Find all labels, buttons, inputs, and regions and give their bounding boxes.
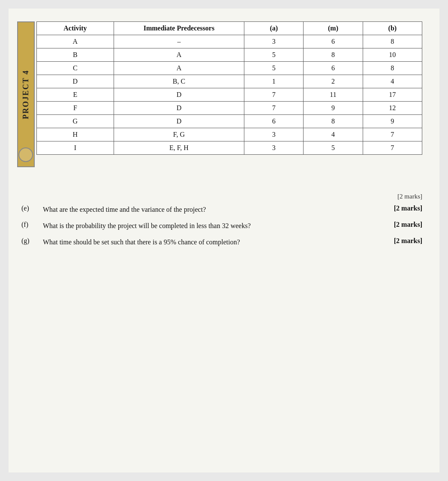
cell-b-8: 7 <box>363 141 422 155</box>
cell-predecessors-7: F, G <box>114 128 244 141</box>
table-row: IE, F, H357 <box>37 141 422 155</box>
question-marks-f: [2 marks] <box>379 221 422 228</box>
col-header-activity: Activity <box>37 22 114 35</box>
cell-a-6: 6 <box>244 115 304 128</box>
question-label-e: (e) <box>21 204 39 212</box>
cell-b-4: 17 <box>363 88 422 102</box>
cell-b-0: 8 <box>363 35 422 48</box>
cell-m-0: 6 <box>304 35 363 48</box>
col-header-m: (m) <box>304 22 363 35</box>
cell-b-7: 7 <box>363 128 422 141</box>
question-f: (f)What is the probability the project w… <box>21 221 422 231</box>
question-text-e: What are the expected time and the varia… <box>43 204 375 215</box>
cell-b-2: 8 <box>363 62 422 75</box>
cell-activity-5: F <box>37 102 114 115</box>
cell-a-1: 5 <box>244 48 304 62</box>
cell-a-5: 7 <box>244 102 304 115</box>
top-section: PROJECT 4 Activity Immediate Predecessor… <box>17 21 422 167</box>
question-marks-g: [2 marks] <box>379 237 422 245</box>
col-header-predecessors: Immediate Predecessors <box>114 22 244 35</box>
table-row: GD689 <box>37 115 422 128</box>
cell-m-4: 11 <box>304 88 363 102</box>
sidebar-label: PROJECT 4 <box>17 21 35 167</box>
col-header-b: (b) <box>363 22 422 35</box>
table-row: HF, G347 <box>37 128 422 141</box>
table-header-row: Activity Immediate Predecessors (a) (m) … <box>37 22 422 35</box>
page: PROJECT 4 Activity Immediate Predecessor… <box>9 9 439 472</box>
cell-a-0: 3 <box>244 35 304 48</box>
cell-predecessors-3: B, C <box>114 75 244 88</box>
cell-predecessors-6: D <box>114 115 244 128</box>
cell-activity-7: H <box>37 128 114 141</box>
cell-b-1: 10 <box>363 48 422 62</box>
cell-a-4: 7 <box>244 88 304 102</box>
question-label-g: (g) <box>21 237 39 245</box>
question-marks-e: [2 marks] <box>379 204 422 212</box>
table-row: CA568 <box>37 62 422 75</box>
activity-table: Activity Immediate Predecessors (a) (m) … <box>36 21 422 155</box>
question-e: (e)What are the expected time and the va… <box>21 204 422 215</box>
cell-a-3: 1 <box>244 75 304 88</box>
cell-activity-8: I <box>37 141 114 155</box>
table-row: BA5810 <box>37 48 422 62</box>
cell-activity-3: D <box>37 75 114 88</box>
cell-m-7: 4 <box>304 128 363 141</box>
table-row: DB, C124 <box>37 75 422 88</box>
col-header-a: (a) <box>244 22 304 35</box>
questions-container: (e)What are the expected time and the va… <box>21 204 422 247</box>
questions-section: [2 marks] (e)What are the expected time … <box>17 193 422 247</box>
cell-b-5: 12 <box>363 102 422 115</box>
cell-m-2: 6 <box>304 62 363 75</box>
cell-predecessors-2: A <box>114 62 244 75</box>
cell-m-8: 5 <box>304 141 363 155</box>
cell-activity-4: E <box>37 88 114 102</box>
cell-m-6: 8 <box>304 115 363 128</box>
cell-a-8: 3 <box>244 141 304 155</box>
table-container: Activity Immediate Predecessors (a) (m) … <box>36 21 422 155</box>
question-g: (g)What time should be set such that the… <box>21 237 422 247</box>
table-row: A–368 <box>37 35 422 48</box>
cell-b-6: 9 <box>363 115 422 128</box>
cell-activity-1: B <box>37 48 114 62</box>
cell-predecessors-5: D <box>114 102 244 115</box>
table-row: FD7912 <box>37 102 422 115</box>
question-text-f: What is the probability the project will… <box>43 221 375 231</box>
cell-predecessors-0: – <box>114 35 244 48</box>
cell-a-7: 3 <box>244 128 304 141</box>
cell-a-2: 5 <box>244 62 304 75</box>
cell-activity-2: C <box>37 62 114 75</box>
cell-m-5: 9 <box>304 102 363 115</box>
cell-predecessors-4: D <box>114 88 244 102</box>
cell-activity-6: G <box>37 115 114 128</box>
cropped-marks-text: [2 marks] <box>21 193 422 200</box>
sidebar-text: PROJECT 4 <box>21 69 30 119</box>
cell-b-3: 4 <box>363 75 422 88</box>
question-text-g: What time should be set such that there … <box>43 237 375 247</box>
cell-predecessors-8: E, F, H <box>114 141 244 155</box>
cell-m-3: 2 <box>304 75 363 88</box>
cell-activity-0: A <box>37 35 114 48</box>
table-row: ED71117 <box>37 88 422 102</box>
cell-predecessors-1: A <box>114 48 244 62</box>
cell-m-1: 8 <box>304 48 363 62</box>
question-label-f: (f) <box>21 221 39 228</box>
